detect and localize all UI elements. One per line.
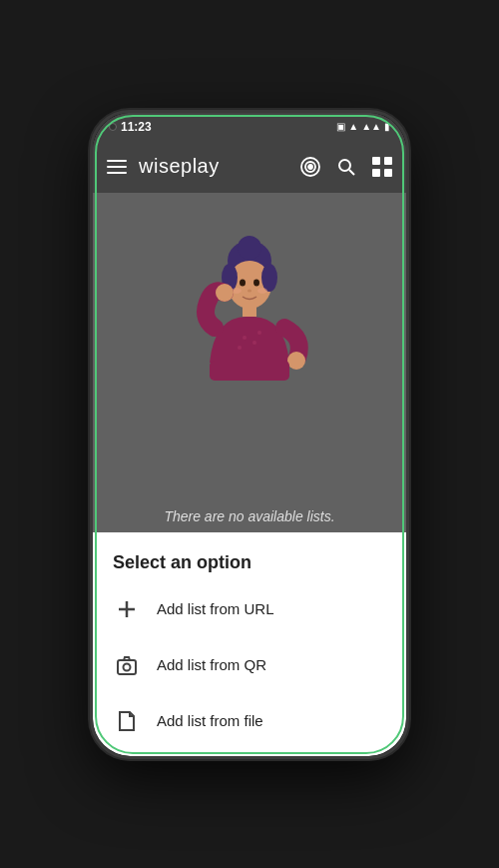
camera-dot (109, 123, 117, 131)
phone-frame: 11:23 ▣ ▲ ▲▲ ▮ wiseplay (90, 110, 409, 759)
signal-icon: ▲▲ (361, 121, 381, 132)
camera-icon (113, 651, 141, 679)
wifi-icon: ▲ (348, 121, 358, 132)
svg-point-5 (308, 165, 312, 169)
svg-rect-1 (107, 166, 127, 168)
status-bar: 11:23 ▣ ▲ ▲▲ ▮ (93, 113, 406, 141)
svg-point-13 (238, 236, 261, 260)
app-title: wiseplay (139, 155, 288, 178)
svg-point-18 (253, 279, 259, 286)
bottom-sheet-title: Select an option (93, 532, 406, 581)
svg-rect-25 (210, 361, 289, 381)
svg-rect-10 (372, 169, 380, 177)
menu-button[interactable] (105, 155, 129, 179)
bottom-sheet: Select an option Add list from URL (93, 532, 406, 756)
svg-point-17 (240, 279, 246, 286)
cast-button[interactable] (298, 155, 322, 179)
add-url-button[interactable]: Add list from URL (93, 581, 406, 637)
add-file-label: Add list from file (157, 712, 263, 729)
svg-rect-22 (243, 305, 256, 317)
empty-text: There are no available lists. (164, 508, 334, 524)
svg-point-26 (243, 336, 247, 340)
svg-rect-0 (107, 160, 127, 162)
svg-point-23 (216, 284, 234, 302)
app-bar: wiseplay (93, 141, 406, 193)
battery-icon: ▮ (384, 121, 390, 132)
svg-point-19 (248, 289, 251, 292)
svg-point-28 (238, 346, 242, 350)
svg-rect-9 (384, 157, 392, 165)
svg-point-16 (261, 264, 277, 292)
main-content: There are no available lists. (93, 193, 406, 532)
svg-point-29 (257, 331, 261, 335)
illustration (180, 223, 319, 423)
svg-point-27 (252, 341, 256, 345)
svg-point-21 (257, 288, 267, 294)
add-file-button[interactable]: Add list from file (93, 693, 406, 749)
plus-icon (113, 595, 141, 623)
svg-point-6 (339, 160, 350, 171)
status-left: 11:23 (109, 120, 152, 134)
sim-icon: ▣ (336, 121, 345, 132)
svg-point-33 (124, 663, 131, 670)
migrate-button[interactable]: Migrate lists from previous version (93, 749, 406, 756)
status-right: ▣ ▲ ▲▲ ▮ (336, 121, 390, 132)
svg-rect-8 (372, 157, 380, 165)
search-button[interactable] (334, 155, 358, 179)
svg-rect-32 (118, 660, 136, 674)
add-qr-label: Add list from QR (157, 656, 266, 673)
screen: 11:23 ▣ ▲ ▲▲ ▮ wiseplay (93, 113, 406, 756)
svg-line-7 (349, 170, 354, 175)
svg-point-24 (287, 352, 305, 370)
svg-rect-2 (107, 172, 127, 174)
add-url-label: Add list from URL (157, 600, 274, 617)
grid-button[interactable] (370, 155, 394, 179)
svg-rect-11 (384, 169, 392, 177)
status-time: 11:23 (121, 120, 152, 134)
add-qr-button[interactable]: Add list from QR (93, 637, 406, 693)
app-bar-icons (298, 155, 394, 179)
file-icon (113, 707, 141, 735)
